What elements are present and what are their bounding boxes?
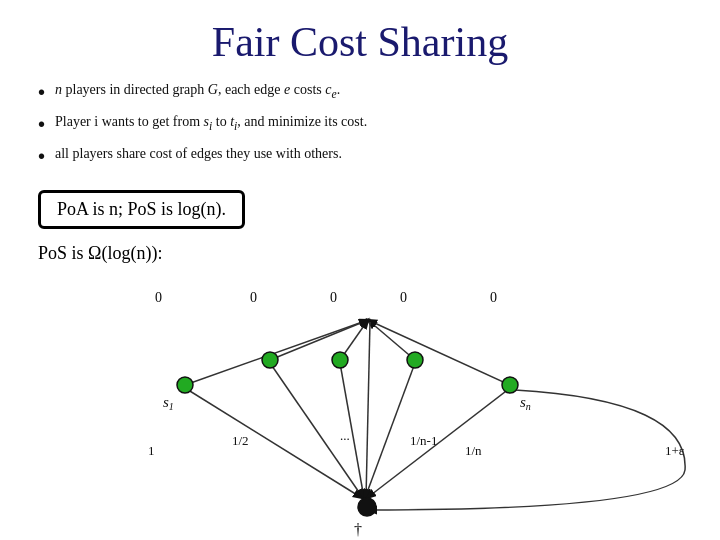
poa-box-text: PoA is n; PoS is log(n).	[57, 199, 226, 219]
bullet-text-3: all players share cost of edges they use…	[55, 144, 342, 164]
bullet-dot-1: •	[38, 78, 45, 106]
svg-point-15	[502, 377, 518, 393]
bullet-text-1: n players in directed graph G, each edge…	[55, 80, 340, 103]
bullet-list: • n players in directed graph G, each ed…	[0, 80, 720, 170]
poa-box: PoA is n; PoS is log(n).	[38, 190, 245, 229]
sn-label: sn	[520, 394, 531, 412]
page-title: Fair Cost Sharing	[0, 0, 720, 76]
s1-label: s1	[163, 394, 174, 412]
svg-line-9	[365, 363, 415, 498]
diagram-area: 0 0 0 0 0 s1 sn † 1 1/2 ... 1/n-1 1/n 1+…	[0, 270, 720, 540]
diagram-svg: 0 0 0 0 0 s1 sn † 1 1/2 ... 1/n-1 1/n 1+…	[0, 270, 720, 540]
svg-point-11	[177, 377, 193, 393]
svg-point-14	[407, 352, 423, 368]
big-arc-cost: 1+ε	[665, 443, 685, 458]
cost-n-1: 1/n-1	[410, 433, 437, 448]
label-0-2: 0	[250, 290, 257, 305]
cost-half: 1/2	[232, 433, 249, 448]
bullet-item-1: • n players in directed graph G, each ed…	[38, 80, 700, 106]
svg-line-6	[185, 388, 362, 498]
bullet-item-3: • all players share cost of edges they u…	[38, 144, 700, 170]
svg-line-3	[368, 320, 415, 360]
pos-label: PoS is Ω(log(n)):	[38, 243, 162, 264]
cost-1: 1	[148, 443, 155, 458]
cost-n: 1/n	[465, 443, 482, 458]
svg-point-13	[332, 352, 348, 368]
bullet-dot-3: •	[38, 142, 45, 170]
label-0-1: 0	[155, 290, 162, 305]
svg-line-10	[367, 388, 510, 498]
svg-line-5	[366, 322, 370, 498]
label-0-5: 0	[490, 290, 497, 305]
svg-point-12	[262, 352, 278, 368]
bullet-text-2: Player i wants to get from si to ti, and…	[55, 112, 367, 135]
svg-line-4	[368, 320, 510, 385]
bullet-dot-2: •	[38, 110, 45, 138]
cost-dots: ...	[340, 428, 350, 443]
svg-point-16	[358, 498, 376, 516]
label-0-4: 0	[400, 290, 407, 305]
label-0-3: 0	[330, 290, 337, 305]
t-label: †	[354, 521, 362, 538]
bullet-item-2: • Player i wants to get from si to ti, a…	[38, 112, 700, 138]
